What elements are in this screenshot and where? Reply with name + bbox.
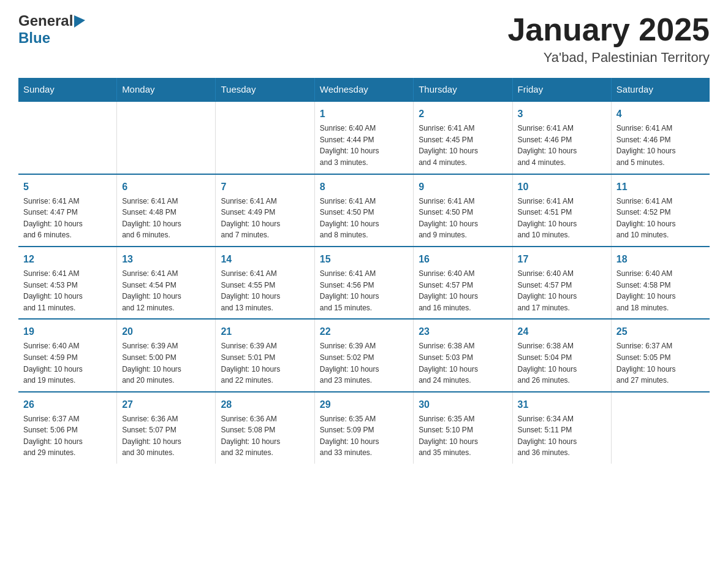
calendar-cell [216, 101, 314, 174]
calendar-cell: 18Sunrise: 6:40 AM Sunset: 4:58 PM Dayli… [611, 247, 710, 319]
day-info: Sunrise: 6:36 AM Sunset: 5:08 PM Dayligh… [221, 413, 309, 459]
day-info: Sunrise: 6:41 AM Sunset: 4:54 PM Dayligh… [122, 268, 210, 313]
day-number: 18 [616, 252, 705, 267]
day-number: 25 [616, 324, 705, 339]
page-header: General Blue January 2025 Ya'bad, Palest… [18, 12, 710, 66]
day-number: 23 [419, 324, 507, 339]
calendar-header-wednesday: Wednesday [314, 78, 413, 101]
day-info: Sunrise: 6:40 AM Sunset: 4:59 PM Dayligh… [23, 340, 112, 386]
calendar-cell: 16Sunrise: 6:40 AM Sunset: 4:57 PM Dayli… [414, 247, 512, 319]
calendar-cell: 17Sunrise: 6:40 AM Sunset: 4:57 PM Dayli… [512, 247, 611, 319]
calendar-cell: 29Sunrise: 6:35 AM Sunset: 5:09 PM Dayli… [314, 392, 413, 464]
day-info: Sunrise: 6:39 AM Sunset: 5:01 PM Dayligh… [221, 340, 309, 386]
day-number: 6 [122, 180, 210, 194]
calendar-week-row: 26Sunrise: 6:37 AM Sunset: 5:06 PM Dayli… [18, 392, 710, 464]
day-number: 4 [616, 107, 705, 121]
logo-general-text: General [18, 12, 73, 29]
calendar-cell: 13Sunrise: 6:41 AM Sunset: 4:54 PM Dayli… [117, 247, 216, 319]
day-info: Sunrise: 6:40 AM Sunset: 4:44 PM Dayligh… [320, 123, 408, 168]
day-number: 30 [419, 397, 507, 412]
calendar-cell: 19Sunrise: 6:40 AM Sunset: 4:59 PM Dayli… [18, 319, 117, 391]
day-info: Sunrise: 6:41 AM Sunset: 4:52 PM Dayligh… [616, 196, 705, 241]
logo-flag-icon [74, 15, 85, 28]
calendar-week-row: 19Sunrise: 6:40 AM Sunset: 4:59 PM Dayli… [18, 319, 710, 391]
day-number: 29 [320, 397, 408, 412]
day-number: 24 [518, 324, 606, 339]
day-info: Sunrise: 6:41 AM Sunset: 4:46 PM Dayligh… [616, 123, 705, 168]
day-info: Sunrise: 6:35 AM Sunset: 5:09 PM Dayligh… [320, 413, 408, 459]
day-number: 8 [320, 180, 408, 194]
calendar-cell: 31Sunrise: 6:34 AM Sunset: 5:11 PM Dayli… [512, 392, 611, 464]
calendar-cell: 2Sunrise: 6:41 AM Sunset: 4:45 PM Daylig… [414, 101, 512, 174]
day-number: 31 [518, 397, 606, 412]
calendar-header-saturday: Saturday [611, 78, 710, 101]
calendar-cell: 23Sunrise: 6:38 AM Sunset: 5:03 PM Dayli… [414, 319, 512, 391]
calendar-cell: 21Sunrise: 6:39 AM Sunset: 5:01 PM Dayli… [216, 319, 314, 391]
calendar-header-monday: Monday [117, 78, 216, 101]
day-info: Sunrise: 6:41 AM Sunset: 4:48 PM Dayligh… [122, 196, 210, 241]
day-number: 26 [23, 397, 112, 412]
calendar-cell: 27Sunrise: 6:36 AM Sunset: 5:07 PM Dayli… [117, 392, 216, 464]
day-number: 2 [419, 107, 507, 121]
day-info: Sunrise: 6:40 AM Sunset: 4:57 PM Dayligh… [518, 268, 606, 313]
day-number: 13 [122, 252, 210, 267]
calendar-table: SundayMondayTuesdayWednesdayThursdayFrid… [18, 78, 710, 464]
calendar-cell: 22Sunrise: 6:39 AM Sunset: 5:02 PM Dayli… [314, 319, 413, 391]
day-number: 28 [221, 397, 309, 412]
calendar-cell: 26Sunrise: 6:37 AM Sunset: 5:06 PM Dayli… [18, 392, 117, 464]
day-info: Sunrise: 6:35 AM Sunset: 5:10 PM Dayligh… [419, 413, 507, 459]
day-info: Sunrise: 6:41 AM Sunset: 4:50 PM Dayligh… [320, 196, 408, 241]
day-info: Sunrise: 6:41 AM Sunset: 4:49 PM Dayligh… [221, 196, 309, 241]
calendar-cell [611, 392, 710, 464]
day-info: Sunrise: 6:41 AM Sunset: 4:45 PM Dayligh… [419, 123, 507, 168]
day-number: 12 [23, 252, 112, 267]
page-title: January 2025 [507, 12, 710, 47]
calendar-header-row: SundayMondayTuesdayWednesdayThursdayFrid… [18, 78, 710, 101]
day-number: 16 [419, 252, 507, 267]
day-number: 15 [320, 252, 408, 267]
calendar-cell: 6Sunrise: 6:41 AM Sunset: 4:48 PM Daylig… [117, 174, 216, 247]
day-info: Sunrise: 6:38 AM Sunset: 5:04 PM Dayligh… [518, 340, 606, 386]
calendar-cell: 11Sunrise: 6:41 AM Sunset: 4:52 PM Dayli… [611, 174, 710, 247]
day-number: 21 [221, 324, 309, 339]
calendar-cell: 30Sunrise: 6:35 AM Sunset: 5:10 PM Dayli… [414, 392, 512, 464]
day-number: 1 [320, 107, 408, 121]
calendar-cell: 20Sunrise: 6:39 AM Sunset: 5:00 PM Dayli… [117, 319, 216, 391]
day-info: Sunrise: 6:34 AM Sunset: 5:11 PM Dayligh… [518, 413, 606, 459]
calendar-week-row: 12Sunrise: 6:41 AM Sunset: 4:53 PM Dayli… [18, 247, 710, 319]
calendar-cell: 4Sunrise: 6:41 AM Sunset: 4:46 PM Daylig… [611, 101, 710, 174]
day-info: Sunrise: 6:41 AM Sunset: 4:56 PM Dayligh… [320, 268, 408, 313]
day-info: Sunrise: 6:41 AM Sunset: 4:50 PM Dayligh… [419, 196, 507, 241]
calendar-cell: 5Sunrise: 6:41 AM Sunset: 4:47 PM Daylig… [18, 174, 117, 247]
calendar-cell: 3Sunrise: 6:41 AM Sunset: 4:46 PM Daylig… [512, 101, 611, 174]
calendar-cell: 9Sunrise: 6:41 AM Sunset: 4:50 PM Daylig… [414, 174, 512, 247]
calendar-week-row: 5Sunrise: 6:41 AM Sunset: 4:47 PM Daylig… [18, 174, 710, 247]
day-info: Sunrise: 6:39 AM Sunset: 5:02 PM Dayligh… [320, 340, 408, 386]
day-number: 19 [23, 324, 112, 339]
day-info: Sunrise: 6:40 AM Sunset: 4:58 PM Dayligh… [616, 268, 705, 313]
day-info: Sunrise: 6:41 AM Sunset: 4:51 PM Dayligh… [518, 196, 606, 241]
page-subtitle: Ya'bad, Palestinian Territory [507, 50, 710, 66]
calendar-week-row: 1Sunrise: 6:40 AM Sunset: 4:44 PM Daylig… [18, 101, 710, 174]
calendar-cell: 7Sunrise: 6:41 AM Sunset: 4:49 PM Daylig… [216, 174, 314, 247]
day-info: Sunrise: 6:41 AM Sunset: 4:46 PM Dayligh… [518, 123, 606, 168]
svg-marker-0 [74, 15, 85, 28]
calendar-cell: 12Sunrise: 6:41 AM Sunset: 4:53 PM Dayli… [18, 247, 117, 319]
title-section: January 2025 Ya'bad, Palestinian Territo… [507, 12, 710, 66]
day-number: 3 [518, 107, 606, 121]
calendar-cell: 15Sunrise: 6:41 AM Sunset: 4:56 PM Dayli… [314, 247, 413, 319]
calendar-cell: 14Sunrise: 6:41 AM Sunset: 4:55 PM Dayli… [216, 247, 314, 319]
day-number: 10 [518, 180, 606, 194]
day-info: Sunrise: 6:41 AM Sunset: 4:53 PM Dayligh… [23, 268, 112, 313]
day-number: 20 [122, 324, 210, 339]
day-number: 7 [221, 180, 309, 194]
day-info: Sunrise: 6:41 AM Sunset: 4:47 PM Dayligh… [23, 196, 112, 241]
calendar-cell: 10Sunrise: 6:41 AM Sunset: 4:51 PM Dayli… [512, 174, 611, 247]
calendar-cell [117, 101, 216, 174]
day-info: Sunrise: 6:37 AM Sunset: 5:06 PM Dayligh… [23, 413, 112, 459]
day-number: 17 [518, 252, 606, 267]
calendar-cell [18, 101, 117, 174]
logo-blue-text: Blue [18, 29, 50, 47]
day-number: 5 [23, 180, 112, 194]
day-info: Sunrise: 6:39 AM Sunset: 5:00 PM Dayligh… [122, 340, 210, 386]
